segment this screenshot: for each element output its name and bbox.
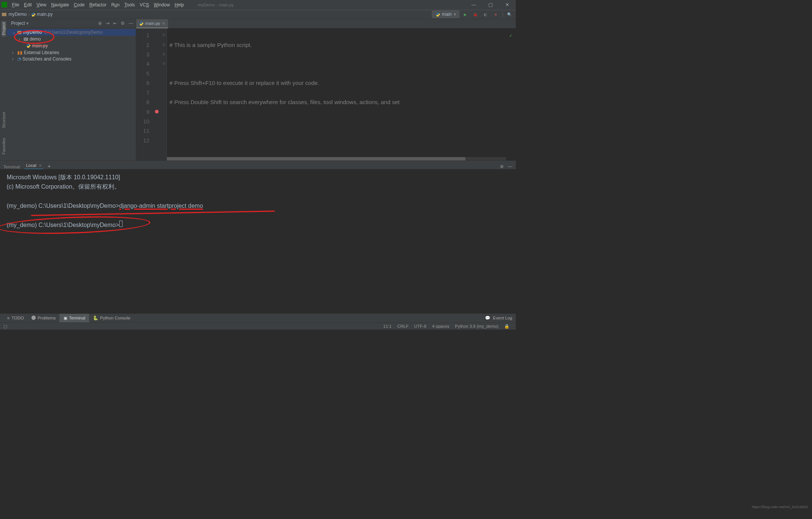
folder-icon [24,38,28,41]
tool-windows-icon[interactable]: ▢ [3,324,7,329]
tool-terminal[interactable]: ▣Terminal [59,314,89,322]
line-number[interactable]: 4 [136,59,150,68]
event-log-label[interactable]: Event Log [493,316,512,320]
run-with-coverage-button[interactable]: ◐ [482,11,490,18]
menu-view[interactable]: View [34,0,49,10]
menu-refactor[interactable]: Refactor [87,0,109,10]
search-everywhere-button[interactable]: 🔍 [506,11,514,18]
line-number[interactable]: 11 [136,126,150,135]
line-number[interactable]: 10 [136,117,150,126]
code-content[interactable]: # This is a sample Python script. # Pres… [167,28,400,160]
indent-setting[interactable]: 4 spaces [432,324,449,328]
breadcrumb-file[interactable]: main.py [37,12,53,17]
terminal-label: Terminal: [3,165,21,169]
line-number[interactable]: 8 [136,97,150,107]
python-interpreter[interactable]: Python 3.8 (my_demo) [455,324,498,328]
run-button[interactable]: ▶ [462,11,470,18]
tool-problems[interactable]: ⓿Problems [28,314,60,322]
window-close-button[interactable]: ✕ [499,0,515,10]
project-pane-label[interactable]: Project [11,21,25,26]
tool-todo[interactable]: ≡TODO [3,314,28,322]
stop-button[interactable]: ■ [492,11,500,18]
editor-tab-main-py[interactable]: main.py ✕ [136,19,168,28]
project-root-path: C:\Users\1\Desktop\myDemo [44,30,103,35]
settings-icon[interactable]: ⚙ [121,21,125,26]
line-separator[interactable]: CRLF [397,324,409,328]
debug-button[interactable]: 🐞 [471,11,480,18]
line-number[interactable]: 7 [136,88,150,97]
terminal-panel: Terminal: Local ✕ + ⚙ — Microsoft Window… [0,160,516,313]
window-title: myDemo - main.py [198,3,234,7]
tool-tab-project[interactable]: Project [2,21,6,36]
expand-arrow-icon[interactable]: › [19,36,23,42]
line-number[interactable]: 12 [136,136,150,145]
terminal-line: Microsoft Windows [版本 10.0.19042.1110] [7,172,509,182]
close-tab-icon[interactable]: ✕ [162,21,165,26]
line-number[interactable]: 9 [136,107,150,117]
fold-gutter: ⊟ ⊟ ⊟ ⊟ [161,28,167,160]
tool-python-console[interactable]: 🐍Python Console [89,314,134,322]
terminal-icon: ▣ [64,315,67,321]
terminal-line: (c) Microsoft Corporation。保留所有权利。 [7,182,509,191]
expand-all-icon[interactable]: ⇥ [106,21,109,26]
run-configuration-selector[interactable]: main ▾ [432,11,459,18]
menu-window[interactable]: Window [151,0,173,10]
scratches-icon: ◔ [17,56,21,62]
left-tool-strip: Project Structure Favorites [0,19,7,161]
horizontal-scrollbar[interactable] [167,157,506,160]
line-number[interactable]: 6 [136,78,150,88]
terminal-settings-icon[interactable]: ⚙ [500,164,504,169]
fold-icon[interactable]: ⊟ [161,59,167,68]
inspection-ok-icon[interactable]: ✓ [509,31,512,41]
tree-root[interactable]: ⌄ myDemo C:\Users\1\Desktop\myDemo [7,29,136,36]
project-root-name: myDemo [23,30,42,35]
menu-run[interactable]: Run [109,0,122,10]
caret-position[interactable]: 11:1 [383,324,391,328]
collapse-all-icon[interactable]: ⇤ [113,21,117,26]
menu-vcs[interactable]: VCS [137,0,151,10]
line-number[interactable]: 2 [136,40,150,50]
titlebar: File Edit View Navigate Code Refactor Ru… [0,0,516,10]
line-number[interactable]: 5 [136,69,150,78]
expand-arrow-icon[interactable]: ⌄ [12,30,16,35]
lock-icon[interactable]: 🔒 [504,324,509,329]
folder-icon [2,13,6,16]
window-minimize-button[interactable]: — [465,0,482,10]
breadcrumb-root[interactable]: myDemo [9,12,27,17]
expand-arrow-icon[interactable]: › [12,50,16,55]
scroll-to-target-icon[interactable]: ⊕ [98,21,102,26]
breakpoint-icon[interactable] [155,110,159,113]
hide-pane-icon[interactable]: — [129,21,133,26]
close-icon[interactable]: ✕ [39,163,42,168]
chevron-down-icon[interactable]: ▾ [26,21,29,26]
tool-tab-favorites[interactable]: Favorites [2,136,6,156]
menu-help[interactable]: Help [172,0,186,10]
fold-icon[interactable]: ⊟ [161,40,167,50]
fold-icon[interactable]: ⊟ [161,50,167,59]
expand-arrow-icon[interactable]: › [12,56,16,62]
terminal-prompt: (my_demo) C:\Users\1\Desktop\myDemo> [7,222,119,228]
tree-external-libraries[interactable]: › ▮▮ External Libraries [7,49,136,56]
terminal-tab-local[interactable]: Local ✕ [24,162,43,169]
hide-terminal-icon[interactable]: — [508,164,512,169]
menu-tools[interactable]: Tools [122,0,137,10]
line-number[interactable]: 3 [136,50,150,59]
breakpoint-gutter[interactable] [153,28,161,160]
terminal-output[interactable]: Microsoft Windows [版本 10.0.19042.1110] (… [0,169,516,313]
tree-main-py[interactable]: main.py [7,42,136,49]
menu-code[interactable]: Code [71,0,87,10]
window-maximize-button[interactable]: ▢ [482,0,499,10]
python-file-icon [31,12,35,17]
tree-demo-folder[interactable]: › demo [7,36,136,42]
menu-file[interactable]: File [9,0,21,10]
menu-navigate[interactable]: Navigate [49,0,71,10]
file-encoding[interactable]: UTF-8 [414,324,426,328]
terminal-command: django-admin startproject demo [119,203,203,209]
menu-edit[interactable]: Edit [21,0,34,10]
tool-tab-structure[interactable]: Structure [2,110,6,130]
tree-scratches[interactable]: › ◔ Scratches and Consoles [7,56,136,63]
line-number[interactable]: 1 [136,30,150,40]
fold-icon[interactable]: ⊟ [161,30,167,40]
new-terminal-button[interactable]: + [48,163,51,169]
editor: main.py ✕ 1 2 3 4 5 6 7 8 9 10 11 12 [136,19,516,161]
